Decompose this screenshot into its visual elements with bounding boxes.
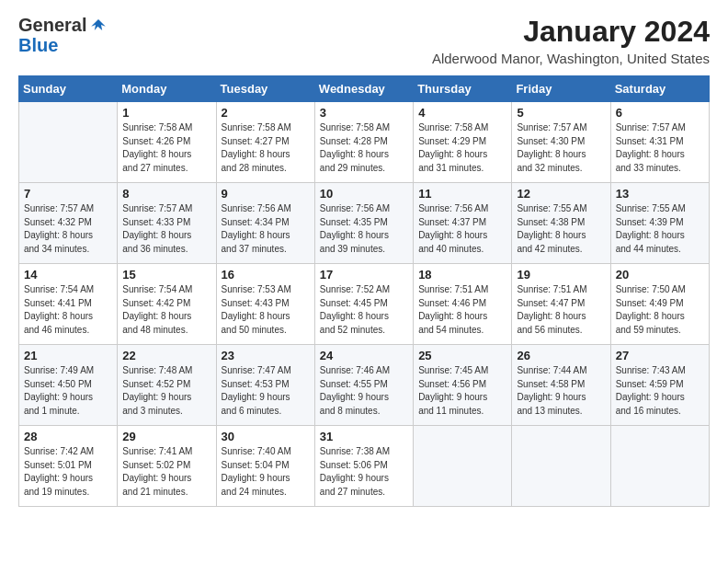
day-number: 8 (122, 187, 210, 201)
day-number: 27 (616, 349, 704, 362)
logo-blue-text: Blue (18, 35, 58, 55)
calendar-cell: 8Sunrise: 7:57 AM Sunset: 4:33 PM Daylig… (118, 183, 216, 264)
calendar-week-row: 21Sunrise: 7:49 AM Sunset: 4:50 PM Dayli… (19, 345, 710, 426)
calendar-cell: 21Sunrise: 7:49 AM Sunset: 4:50 PM Dayli… (19, 345, 118, 426)
day-number: 16 (222, 268, 310, 282)
location-title: Alderwood Manor, Washington, United Stat… (432, 51, 710, 66)
day-number: 18 (418, 268, 506, 282)
day-info: Sunrise: 7:58 AM Sunset: 4:28 PM Dayligh… (320, 121, 408, 175)
day-info: Sunrise: 7:42 AM Sunset: 5:01 PM Dayligh… (24, 445, 112, 499)
day-number: 13 (616, 187, 704, 201)
calendar-cell: 29Sunrise: 7:41 AM Sunset: 5:02 PM Dayli… (118, 426, 216, 507)
day-number: 29 (122, 430, 210, 443)
day-number: 11 (418, 187, 506, 201)
calendar-cell: 27Sunrise: 7:43 AM Sunset: 4:59 PM Dayli… (610, 345, 709, 426)
day-number: 21 (24, 349, 112, 362)
calendar-cell (610, 426, 709, 507)
day-number: 2 (222, 106, 310, 120)
day-info: Sunrise: 7:58 AM Sunset: 4:29 PM Dayligh… (418, 121, 506, 175)
day-number: 6 (616, 106, 704, 120)
day-info: Sunrise: 7:43 AM Sunset: 4:59 PM Dayligh… (616, 364, 704, 418)
day-info: Sunrise: 7:54 AM Sunset: 4:42 PM Dayligh… (122, 283, 210, 337)
day-info: Sunrise: 7:44 AM Sunset: 4:58 PM Dayligh… (517, 364, 605, 418)
day-number: 10 (320, 187, 408, 201)
header-saturday: Saturday (610, 76, 709, 102)
day-info: Sunrise: 7:55 AM Sunset: 4:39 PM Dayligh… (616, 202, 704, 256)
calendar-week-row: 14Sunrise: 7:54 AM Sunset: 4:41 PM Dayli… (19, 264, 710, 345)
calendar-cell: 15Sunrise: 7:54 AM Sunset: 4:42 PM Dayli… (118, 264, 216, 345)
day-number: 15 (122, 268, 210, 282)
calendar-cell: 1Sunrise: 7:58 AM Sunset: 4:26 PM Daylig… (118, 102, 216, 183)
header-monday: Monday (118, 76, 216, 102)
day-info: Sunrise: 7:54 AM Sunset: 4:41 PM Dayligh… (24, 283, 112, 337)
logo-general-text: General (18, 15, 86, 35)
day-number: 24 (320, 349, 408, 362)
day-info: Sunrise: 7:50 AM Sunset: 4:49 PM Dayligh… (616, 283, 704, 337)
calendar-cell: 7Sunrise: 7:57 AM Sunset: 4:32 PM Daylig… (19, 183, 118, 264)
day-number: 19 (517, 268, 605, 282)
day-number: 4 (418, 106, 506, 120)
calendar-cell: 16Sunrise: 7:53 AM Sunset: 4:43 PM Dayli… (216, 264, 314, 345)
calendar-cell: 17Sunrise: 7:52 AM Sunset: 4:45 PM Dayli… (314, 264, 413, 345)
day-info: Sunrise: 7:48 AM Sunset: 4:52 PM Dayligh… (122, 364, 210, 418)
day-number: 28 (24, 430, 112, 443)
day-info: Sunrise: 7:41 AM Sunset: 5:02 PM Dayligh… (122, 445, 210, 499)
calendar-cell: 25Sunrise: 7:45 AM Sunset: 4:56 PM Dayli… (414, 345, 512, 426)
calendar-cell: 4Sunrise: 7:58 AM Sunset: 4:29 PM Daylig… (414, 102, 512, 183)
calendar-cell: 9Sunrise: 7:56 AM Sunset: 4:34 PM Daylig… (216, 183, 314, 264)
day-info: Sunrise: 7:52 AM Sunset: 4:45 PM Dayligh… (320, 283, 408, 337)
header-thursday: Thursday (414, 76, 512, 102)
header-sunday: Sunday (19, 76, 118, 102)
day-number: 20 (616, 268, 704, 282)
day-number: 30 (222, 430, 310, 443)
day-number: 1 (122, 106, 210, 120)
day-info: Sunrise: 7:57 AM Sunset: 4:32 PM Dayligh… (24, 202, 112, 256)
calendar-cell: 5Sunrise: 7:57 AM Sunset: 4:30 PM Daylig… (512, 102, 610, 183)
day-info: Sunrise: 7:58 AM Sunset: 4:26 PM Dayligh… (122, 121, 210, 175)
day-number: 25 (418, 349, 506, 362)
day-info: Sunrise: 7:45 AM Sunset: 4:56 PM Dayligh… (418, 364, 506, 418)
day-info: Sunrise: 7:46 AM Sunset: 4:55 PM Dayligh… (320, 364, 408, 418)
day-number: 3 (320, 106, 408, 120)
calendar-cell: 23Sunrise: 7:47 AM Sunset: 4:53 PM Dayli… (216, 345, 314, 426)
day-number: 26 (517, 349, 605, 362)
day-info: Sunrise: 7:49 AM Sunset: 4:50 PM Dayligh… (24, 364, 112, 418)
day-info: Sunrise: 7:53 AM Sunset: 4:43 PM Dayligh… (222, 283, 310, 337)
calendar-cell: 24Sunrise: 7:46 AM Sunset: 4:55 PM Dayli… (314, 345, 413, 426)
calendar-cell (512, 426, 610, 507)
day-info: Sunrise: 7:51 AM Sunset: 4:47 PM Dayligh… (517, 283, 605, 337)
day-info: Sunrise: 7:57 AM Sunset: 4:30 PM Dayligh… (517, 121, 605, 175)
header-wednesday: Wednesday (314, 76, 413, 102)
day-number: 9 (222, 187, 310, 201)
month-title: January 2024 (432, 15, 710, 49)
day-info: Sunrise: 7:55 AM Sunset: 4:38 PM Dayligh… (517, 202, 605, 256)
day-number: 7 (24, 187, 112, 201)
calendar-cell: 28Sunrise: 7:42 AM Sunset: 5:01 PM Dayli… (19, 426, 118, 507)
calendar-cell (19, 102, 118, 183)
calendar-cell: 3Sunrise: 7:58 AM Sunset: 4:28 PM Daylig… (314, 102, 413, 183)
calendar-cell: 26Sunrise: 7:44 AM Sunset: 4:58 PM Dayli… (512, 345, 610, 426)
day-number: 12 (517, 187, 605, 201)
calendar-cell: 19Sunrise: 7:51 AM Sunset: 4:47 PM Dayli… (512, 264, 610, 345)
day-info: Sunrise: 7:51 AM Sunset: 4:46 PM Dayligh… (418, 283, 506, 337)
calendar-header-row: SundayMondayTuesdayWednesdayThursdayFrid… (19, 76, 710, 102)
calendar-cell: 20Sunrise: 7:50 AM Sunset: 4:49 PM Dayli… (610, 264, 709, 345)
day-info: Sunrise: 7:40 AM Sunset: 5:04 PM Dayligh… (222, 445, 310, 499)
day-info: Sunrise: 7:56 AM Sunset: 4:35 PM Dayligh… (320, 202, 408, 256)
calendar-week-row: 1Sunrise: 7:58 AM Sunset: 4:26 PM Daylig… (19, 102, 710, 183)
day-number: 5 (517, 106, 605, 120)
calendar-week-row: 7Sunrise: 7:57 AM Sunset: 4:32 PM Daylig… (19, 183, 710, 264)
title-area: January 2024 Alderwood Manor, Washington… (432, 15, 710, 66)
calendar-cell: 11Sunrise: 7:56 AM Sunset: 4:37 PM Dayli… (414, 183, 512, 264)
header-tuesday: Tuesday (216, 76, 314, 102)
calendar-cell: 12Sunrise: 7:55 AM Sunset: 4:38 PM Dayli… (512, 183, 610, 264)
calendar-cell: 6Sunrise: 7:57 AM Sunset: 4:31 PM Daylig… (610, 102, 709, 183)
header-friday: Friday (512, 76, 610, 102)
calendar-table: SundayMondayTuesdayWednesdayThursdayFrid… (18, 75, 710, 507)
calendar-cell: 10Sunrise: 7:56 AM Sunset: 4:35 PM Dayli… (314, 183, 413, 264)
day-info: Sunrise: 7:56 AM Sunset: 4:34 PM Dayligh… (222, 202, 310, 256)
calendar-week-row: 28Sunrise: 7:42 AM Sunset: 5:01 PM Dayli… (19, 426, 710, 507)
day-info: Sunrise: 7:57 AM Sunset: 4:31 PM Dayligh… (616, 121, 704, 175)
calendar-cell: 13Sunrise: 7:55 AM Sunset: 4:39 PM Dayli… (610, 183, 709, 264)
calendar-cell (414, 426, 512, 507)
